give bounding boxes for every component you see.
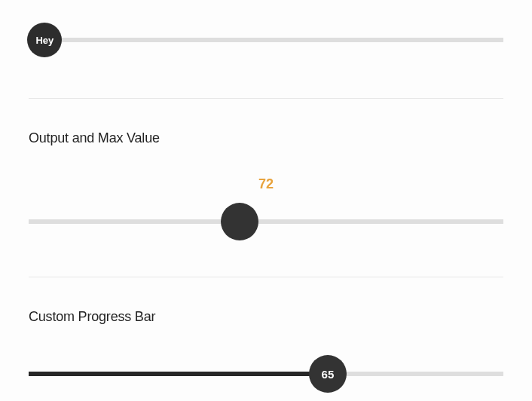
slider-thumb-progress[interactable]: 65 (309, 355, 347, 393)
heading-output-max-value: Output and Max Value (29, 130, 503, 146)
slider-track (29, 38, 503, 42)
slider-thumb-label: 65 (322, 368, 335, 381)
slider-hey[interactable]: Hey (29, 21, 503, 59)
slider-section-hey: Hey (29, 0, 503, 98)
slider-output[interactable] (29, 203, 503, 240)
slider-thumb-label: Hey (35, 35, 54, 46)
slider-output-value: 72 (29, 176, 503, 192)
slider-section-progress: Custom Progress Bar 65 (29, 277, 503, 401)
slider-track (29, 219, 503, 224)
heading-custom-progress: Custom Progress Bar (29, 309, 503, 325)
slider-thumb-hey[interactable]: Hey (27, 23, 62, 57)
slider-thumb-output[interactable] (221, 203, 258, 240)
slider-section-output: Output and Max Value 72 (29, 99, 503, 277)
slider-fill (29, 372, 328, 376)
slider-progress[interactable]: 65 (29, 355, 503, 393)
